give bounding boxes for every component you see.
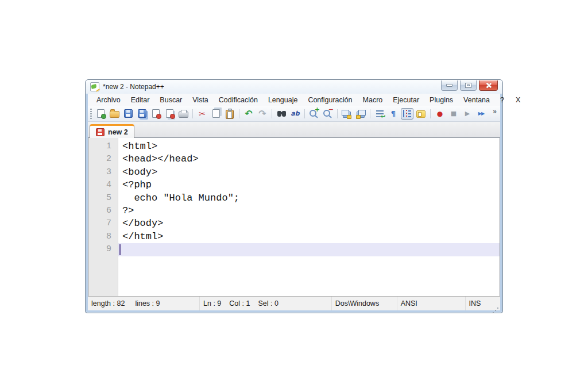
menu-ejecutar[interactable]: Ejecutar	[388, 95, 424, 105]
menu-ventana[interactable]: Ventana	[458, 95, 495, 105]
show-all-characters-button[interactable]: ¶	[387, 108, 400, 120]
code-line-2[interactable]: <head></head>	[118, 153, 500, 166]
replace-button[interactable]: ab	[289, 108, 301, 120]
menu-vista[interactable]: Vista	[187, 95, 214, 105]
menu-items: ArchivoEditarBuscarVistaCodificaciónLeng…	[91, 95, 509, 105]
menu-plugins[interactable]: Plugins	[424, 95, 458, 105]
show-indent-guide-button[interactable]	[401, 108, 413, 120]
line-number-3: 3	[88, 166, 118, 179]
toolbar-separator	[239, 109, 239, 118]
new-file-icon	[97, 109, 105, 118]
menu-lenguaje[interactable]: Lenguaje	[263, 95, 303, 105]
doc-switcher-button[interactable]	[415, 108, 427, 120]
toolbar-separator	[337, 109, 338, 118]
line-number-2: 2	[88, 153, 118, 166]
minimize-button[interactable]	[441, 80, 458, 91]
tab-new-2[interactable]: new 2	[90, 124, 134, 138]
line-number-gutter: 123456789	[88, 138, 118, 296]
new-file-button[interactable]	[94, 108, 107, 120]
code-line-5[interactable]: echo "Hola Mundo";	[118, 192, 500, 205]
record-macro-icon: ●	[437, 110, 443, 117]
status-line: Ln : 9	[203, 299, 221, 308]
sync-horizontal-scrolling-button[interactable]	[354, 108, 367, 120]
toolbar-separator	[192, 109, 193, 118]
close-all-button[interactable]	[163, 108, 176, 120]
menu-help[interactable]: ?	[495, 95, 509, 105]
undo-button[interactable]: ↶	[242, 108, 255, 120]
run-macro-multiple-icon: ▶▶	[478, 112, 484, 116]
run-macro-multiple-button[interactable]: ▶▶	[475, 108, 488, 120]
status-lines: lines : 9	[135, 299, 160, 308]
paste-icon	[226, 110, 234, 119]
toolbar-items: ✂↶↷ab¶●■▶▶▶	[94, 108, 488, 120]
copy-icon	[212, 109, 220, 118]
status-encoding: ANSI	[397, 297, 465, 310]
code-line-3[interactable]: <body>	[118, 166, 500, 179]
save-all-button[interactable]	[136, 108, 148, 120]
line-number-4: 4	[88, 179, 118, 191]
menu-editar[interactable]: Editar	[126, 95, 155, 105]
code-line-9[interactable]	[118, 243, 500, 256]
redo-button[interactable]: ↷	[256, 108, 269, 120]
copy-button[interactable]	[210, 108, 222, 120]
print-button[interactable]	[177, 108, 189, 120]
show-indent-guide-icon	[403, 110, 412, 117]
text-caret	[119, 244, 121, 255]
notepad-window: *new 2 - Notepad++ ArchivoEditarBuscarVi…	[85, 79, 503, 313]
code-line-1[interactable]: <html>	[118, 140, 500, 153]
code-line-8[interactable]: </html>	[118, 230, 500, 243]
minimize-icon	[446, 84, 452, 87]
stop-macro-icon: ■	[451, 110, 457, 117]
status-doc-stats: length : 82 lines : 9	[88, 297, 199, 310]
status-bar: length : 82 lines : 9 Ln : 9 Col : 1 Sel…	[88, 296, 500, 310]
title-bar[interactable]: *new 2 - Notepad++	[86, 80, 502, 94]
sync-horizontal-scrolling-icon	[357, 112, 365, 118]
code-text-area[interactable]: <html><head></head><body><?php echo "Hol…	[118, 138, 500, 296]
stop-macro-button[interactable]: ■	[447, 108, 460, 120]
menu-macro[interactable]: Macro	[358, 95, 388, 105]
unsaved-file-icon	[96, 128, 105, 136]
undo-icon: ↶	[245, 109, 252, 118]
word-wrap-button[interactable]	[373, 108, 386, 120]
status-column: Col : 1	[229, 299, 250, 308]
cut-button[interactable]: ✂	[196, 108, 208, 120]
print-icon	[179, 112, 188, 118]
menu-configuracion[interactable]: Configuración	[303, 95, 357, 105]
play-macro-button[interactable]: ▶	[461, 108, 474, 120]
resize-grip[interactable]	[492, 297, 500, 310]
open-file-button[interactable]	[108, 108, 121, 120]
menu-close-document-button[interactable]: X	[509, 95, 527, 105]
maximize-button[interactable]	[460, 80, 477, 91]
zoom-in-button[interactable]	[308, 108, 320, 120]
line-number-7: 7	[88, 217, 118, 230]
tab-label: new 2	[108, 128, 128, 136]
close-file-icon	[152, 109, 160, 118]
menu-buscar[interactable]: Buscar	[154, 95, 187, 105]
line-number-8: 8	[88, 230, 118, 243]
toolbar-overflow-chevron[interactable]: »	[493, 107, 497, 116]
close-file-button[interactable]	[149, 108, 162, 120]
sync-vertical-scrolling-icon	[343, 112, 351, 118]
code-line-4[interactable]: <?php	[118, 179, 500, 191]
record-macro-button[interactable]: ●	[434, 108, 446, 120]
code-editor[interactable]: 123456789 <html><head></head><body><?php…	[88, 137, 500, 296]
save-file-button[interactable]	[122, 108, 134, 120]
menu-codificacion[interactable]: Codificación	[214, 95, 263, 105]
paste-button[interactable]	[223, 108, 236, 120]
status-length: length : 82	[91, 299, 125, 308]
sync-vertical-scrolling-button[interactable]	[341, 108, 353, 120]
toolbar-gripper[interactable]	[90, 109, 92, 119]
zoom-out-button[interactable]	[322, 108, 334, 120]
cut-icon: ✂	[199, 110, 206, 118]
close-icon	[485, 82, 492, 89]
code-line-6[interactable]: ?>	[118, 205, 500, 217]
line-number-1: 1	[88, 140, 118, 153]
menu-archivo[interactable]: Archivo	[91, 95, 126, 105]
save-all-icon	[138, 109, 146, 118]
code-line-7[interactable]: </body>	[118, 217, 500, 230]
close-button[interactable]	[479, 80, 498, 91]
word-wrap-icon	[376, 110, 384, 117]
open-file-icon	[110, 111, 119, 118]
find-button[interactable]	[275, 108, 288, 120]
maximize-icon	[466, 83, 471, 87]
